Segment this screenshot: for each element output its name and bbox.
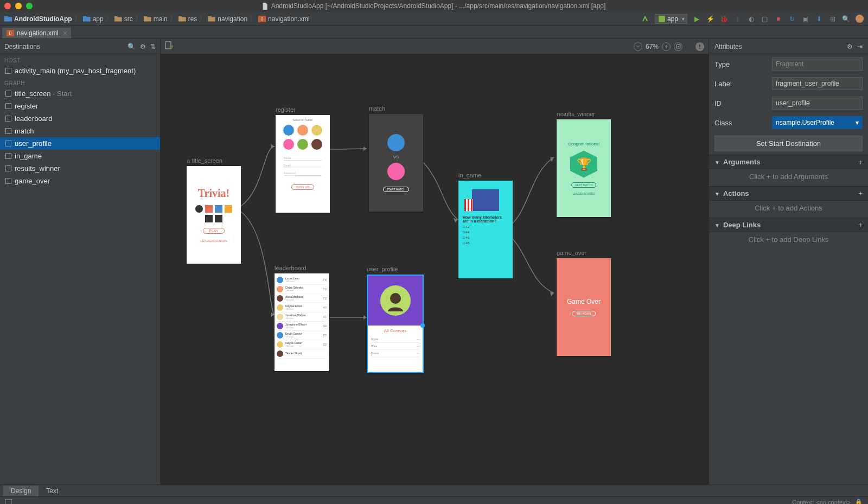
list-item: Lucas Leon14.8 win76 [277, 276, 327, 285]
home-icon: ⌂ [187, 157, 190, 164]
search-icon[interactable]: 🔍 [127, 43, 136, 50]
node-leaderboard[interactable]: leaderboard Lucas Leon14.8 win76Chloe Sc… [275, 265, 329, 371]
tool-window-icon[interactable] [5, 499, 12, 505]
dest-leaderboard[interactable]: leaderboard [0, 112, 160, 125]
xml-file-icon: ⟨⟩ [7, 30, 14, 36]
maximize-window[interactable] [26, 3, 33, 9]
node-match[interactable]: match VS START MATCH [369, 105, 423, 212]
svg-point-10 [390, 293, 401, 304]
node-in-game[interactable]: in_game How many kilometers are in a mar… [458, 172, 513, 278]
deeplinks-section[interactable]: ▼Deep Links+ [709, 218, 868, 232]
structure-icon[interactable]: ⊞ [828, 15, 837, 23]
gauge-icon[interactable]: ◐ [747, 15, 755, 23]
svg-marker-3 [271, 144, 275, 149]
zoom-fit-icon[interactable]: ⊡ [674, 42, 682, 51]
svg-marker-5 [363, 146, 367, 151]
avatar-grid [283, 125, 322, 150]
svg-text:+: + [170, 43, 174, 50]
layout-icon [5, 91, 11, 97]
add-destination-icon[interactable]: + [165, 41, 174, 52]
minimize-icon[interactable]: ⇥ [857, 43, 863, 50]
node-game-over[interactable]: game_over Game Over TRY AGAIN [557, 250, 611, 356]
run-icon[interactable]: ▶ [693, 15, 701, 23]
add-icon[interactable]: + [858, 221, 863, 229]
traffic-lights [4, 3, 33, 9]
zoom-out-icon[interactable]: − [634, 42, 642, 51]
avd-icon[interactable]: ▣ [801, 15, 809, 23]
list-item: Devin Gomez12.8 win27 [277, 331, 327, 340]
gear-icon[interactable]: ⚙ [140, 43, 146, 50]
actions-section[interactable]: ▼Actions+ [709, 186, 868, 201]
arguments-section[interactable]: ▼Arguments+ [709, 155, 868, 169]
breadcrumb[interactable]: AndroidStudioApp〉 app〉 src〉 main〉 res〉 n… [4, 14, 310, 23]
list-item: Kaylee Dalton11.4 win22 [277, 340, 327, 349]
breadcrumb-toolbar: AndroidStudioApp〉 app〉 src〉 main〉 res〉 n… [0, 12, 868, 26]
node-title-screen[interactable]: ⌂title_screen Trivia! PLAY LEADERBOARDS [187, 157, 241, 264]
nav-connectors [161, 54, 703, 467]
attributes-panel: Attributes ⚙ ⇥ TypeFragment Label ID Cla… [709, 39, 868, 484]
sdk-icon[interactable]: ⬇ [815, 15, 823, 23]
tab-text[interactable]: Text [39, 486, 66, 496]
layout-icon [5, 153, 11, 159]
dest-register[interactable]: register [0, 100, 160, 112]
avatar-icon [387, 163, 405, 180]
id-field[interactable] [772, 97, 863, 110]
stop-icon[interactable]: ■ [774, 15, 782, 23]
sync-icon[interactable] [641, 15, 649, 23]
minimize-window[interactable] [15, 3, 22, 9]
xml-file-icon: ⟨⟩ [258, 16, 266, 22]
list-item: Josephine Ellison13.0 win34 [277, 322, 327, 331]
run-config-dropdown[interactable]: app [655, 14, 687, 24]
trophy-icon: 🏆 [577, 157, 591, 171]
svg-marker-9 [550, 292, 554, 296]
set-start-destination-button[interactable]: Set Start Destination [714, 136, 863, 151]
dest-title-screen[interactable]: title_screen - Start [0, 87, 160, 100]
editor-mode-tabs: Design Text [0, 484, 868, 496]
attach-icon[interactable]: ▢ [761, 15, 769, 23]
lock-icon[interactable]: 🔒 [855, 499, 863, 504]
zoom-in-icon[interactable]: + [662, 42, 671, 51]
close-icon[interactable]: × [63, 30, 67, 36]
gear-icon[interactable]: ⚙ [847, 43, 853, 50]
dest-in-game[interactable]: in_game [0, 150, 160, 162]
action-handle[interactable] [420, 323, 425, 328]
sort-icon[interactable]: ⇅ [150, 43, 156, 50]
dest-game-over[interactable]: game_over [0, 175, 160, 187]
debug-icon[interactable]: 🐞 [720, 15, 728, 23]
file-icon [263, 3, 268, 10]
avatar-icon [380, 285, 411, 316]
list-item: Tanner Stuart [277, 349, 327, 359]
dest-results-winner[interactable]: results_winner [0, 162, 160, 175]
folder-icon [114, 16, 122, 22]
class-dropdown[interactable]: nsample.UserProfile [772, 116, 863, 129]
avatar-icon [387, 134, 405, 151]
node-user-profile[interactable]: user_profile Ali Connors Score— Wins— Dr… [367, 266, 424, 373]
apply-changes-icon[interactable]: ⚡ [706, 15, 714, 23]
dest-user-profile[interactable]: user_profile [0, 137, 160, 150]
sync-project-icon[interactable]: ↻ [788, 15, 796, 23]
destinations-panel: Destinations 🔍 ⚙ ⇅ HOST activity_main (m… [0, 39, 161, 484]
tab-design[interactable]: Design [3, 486, 39, 496]
node-register[interactable]: register Select an Avatar Name Email Pas… [276, 106, 330, 213]
add-icon[interactable]: + [858, 189, 863, 197]
nav-editor-canvas[interactable]: + − 67% + ⊡ ! ⌂title [161, 39, 709, 484]
avatar-icon[interactable] [856, 15, 864, 23]
canvas-toolbar: + − 67% + ⊡ ! [161, 39, 709, 54]
trivia-icons [195, 205, 233, 222]
add-icon[interactable]: + [858, 158, 863, 166]
warnings-icon[interactable]: ! [695, 42, 704, 51]
context-label[interactable]: Context: <no context> [792, 499, 851, 505]
label-field[interactable] [772, 77, 863, 90]
badge-icon: 🏆 [570, 151, 597, 178]
layout-icon [5, 178, 11, 184]
layout-icon [5, 141, 11, 146]
dest-match[interactable]: match [0, 125, 160, 137]
search-icon[interactable]: 🔍 [842, 15, 850, 23]
tab-navigation-xml[interactable]: ⟨⟩ navigation.xml × [2, 28, 71, 39]
layout-icon [5, 68, 11, 74]
node-results-winner[interactable]: results_winner Congratulations! 🏆 NEXT M… [557, 111, 611, 217]
profiler-icon[interactable]: ⫴ [733, 15, 742, 23]
close-window[interactable] [4, 3, 11, 9]
folder-icon [144, 16, 151, 22]
host-item[interactable]: activity_main (my_nav_host_fragment) [0, 65, 160, 77]
